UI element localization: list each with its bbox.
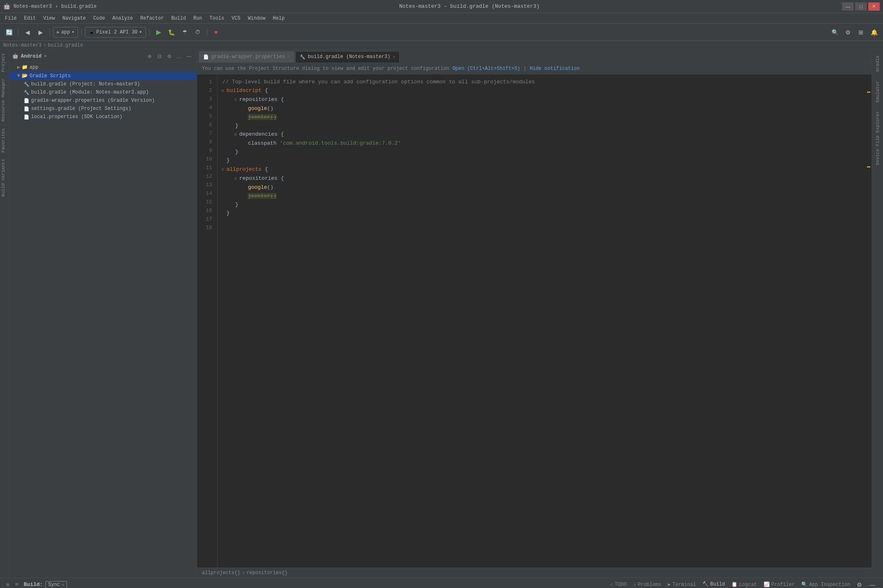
tab-profiler[interactable]: 📈 Profiler [760,579,798,588]
tree-item-build-gradle-module[interactable]: 🔧 build.gradle (Module: Notes-master3.ap… [9,88,197,96]
profile-button[interactable]: ⏱ [192,27,204,38]
tab-app-inspection[interactable]: 🔍 App Inspection [798,579,854,588]
back-button[interactable]: ◀ [22,27,33,38]
tab-terminal[interactable]: ▶ Terminal [664,579,699,588]
sync-tab[interactable]: Sync ✕ [45,581,67,588]
settings-button[interactable]: ⚙ [842,27,854,38]
project-name: Notes-master3 [13,4,52,9]
tree-item-gradle-scripts[interactable]: ▼ 📂 Gradle Scripts [9,72,197,80]
project-expand-btn[interactable]: ⊟ [155,52,164,61]
project-sync-btn[interactable]: ⊕ [145,52,154,61]
tab-gradle-wrapper[interactable]: 📄 gradle-wrapper.properties ✕ [199,51,294,63]
menu-file[interactable]: File [2,15,20,22]
build-gradle-tab-close[interactable]: ✕ [393,54,395,59]
line-num-6: 6 [197,121,212,129]
sidebar-item-device-file-explorer[interactable]: Device File Explorer [874,108,881,168]
expand-icon: ▶ [17,64,20,70]
window-title: Notes-master3 – build.gradle (Notes-mast… [399,3,539,9]
line-num-18: 18 [197,224,212,232]
tab-build-gradle[interactable]: 🔧 build.gradle (Notes-master3) ✕ [295,51,400,63]
sidebar-item-favorites[interactable]: Favorites [0,125,9,156]
sync-button[interactable]: 🔄 [3,27,15,38]
maximize-button[interactable]: □ [855,2,867,11]
line-num-2: 2 [197,86,212,95]
menu-refactor[interactable]: Refactor [137,15,167,22]
tab-problems[interactable]: ⚠ Problems [630,579,665,588]
forward-button[interactable]: ▶ [35,27,46,38]
notification-bar: You can use the Project Structure dialog… [197,63,872,74]
build-scroll-btn[interactable]: ≡ [12,580,21,588]
bottom-minimize-btn[interactable]: — [867,579,878,588]
menu-window[interactable]: Window [244,15,269,22]
coverage-button[interactable]: ☂ [179,27,190,38]
sidebar-item-resource-manager[interactable]: Resource Manager [0,75,9,125]
menu-vcs[interactable]: VCS [229,15,244,22]
app-selector[interactable]: ▶ app ▾ [53,27,78,38]
sync-close-icon[interactable]: ✕ [62,582,64,587]
build-tab-label: Build [710,581,725,587]
build-scroll-top[interactable]: ⇈ [3,580,12,588]
run-button[interactable]: ▶ [153,27,164,38]
todo-icon: ✓ [610,581,613,588]
code-line-14: google() [222,183,861,192]
tree-item-build-gradle-project[interactable]: 🔧 build.gradle (Project: Notes-master3) [9,80,197,88]
notification-open-link[interactable]: Open (Ctrl+Alt+Shift+S) [453,66,520,72]
logcat-label: Logcat [739,582,757,588]
gradle-wrapper-tab-close[interactable]: ✕ [287,54,290,59]
window-controls: — □ ✕ [842,2,880,11]
file-name: build.gradle [61,4,96,9]
warning-marker-2 [867,166,870,168]
line-num-14: 14 [197,189,212,198]
sidebar-item-build-variants[interactable]: Build Variants [0,156,9,200]
gradle-scripts-label: Gradle Scripts [29,73,71,79]
project-gear-btn[interactable]: … [175,52,184,61]
tab-logcat[interactable]: 📋 Logcat [728,579,760,588]
minimize-button[interactable]: — [842,2,854,11]
tree-item-settings-gradle[interactable]: 📄 settings.gradle (Project Settings) [9,105,197,113]
sidebar-item-emulator[interactable]: Emulator [874,78,881,106]
search-button[interactable]: 🔍 [829,27,840,38]
breadcrumb-arrow: › [242,570,245,576]
menu-run[interactable]: Run [190,15,206,22]
menu-analyze[interactable]: Analyze [109,15,136,22]
menu-help[interactable]: Help [269,15,288,22]
toolbar: 🔄 ◀ ▶ ▶ app ▾ 📱 Pixel 2 API 30 ▾ ▶ 🐛 ☂ ⏱… [0,24,883,41]
tab-todo[interactable]: ✓ TODO [607,579,630,588]
project-hide-btn[interactable]: — [184,52,193,61]
settings-file-icon: 📄 [24,106,29,112]
stop-button[interactable]: ■ [211,27,222,38]
logcat-icon: 📋 [731,581,737,588]
project-settings-btn[interactable]: ⚙ [165,52,174,61]
menu-build[interactable]: Build [168,15,189,22]
build-gradle-module-label: build.gradle (Module: Notes-master3.app) [31,89,149,95]
bottom-settings-btn[interactable]: ⚙ [854,579,865,588]
code-content[interactable]: // Top-level build file where you can ad… [217,74,866,568]
line-num-17: 17 [197,215,212,224]
right-side-panel: Gradle Emulator Device File Explorer [872,50,883,577]
line-num-11: 11 [197,163,212,172]
notification-hide-link[interactable]: Hide notification [530,66,580,72]
tree-item-local-properties[interactable]: 📄 local.properties (SDK Location) [9,113,197,121]
sidebar-item-gradle[interactable]: Gradle [874,52,881,75]
menu-navigate[interactable]: Navigate [59,15,89,22]
terminal-icon: ▶ [668,581,670,588]
tab-build[interactable]: 🔨 Build [699,579,728,588]
menu-view[interactable]: View [40,15,58,22]
notifications-button[interactable]: 🔔 [868,27,880,38]
build-variants-button[interactable]: ⊞ [855,27,867,38]
close-button[interactable]: ✕ [868,2,880,11]
breadcrumb-file: build.gradle [48,42,83,48]
menu-tools[interactable]: Tools [206,15,228,22]
code-editor: 1 2 3 4 5 6 7 8 9 10 11 12 13 14 15 16 1… [197,74,872,568]
tab-bar: 📄 gradle-wrapper.properties ✕ 🔧 build.gr… [197,50,872,63]
tree-item-gradle-wrapper[interactable]: 📄 gradle-wrapper.properties (Gradle Vers… [9,96,197,105]
menu-edit[interactable]: Edit [21,15,39,22]
device-selector[interactable]: 📱 Pixel 2 API 30 ▾ [85,27,146,38]
android-chevron-icon: ▾ [44,53,47,59]
debug-button[interactable]: 🐛 [166,27,177,38]
sidebar-item-project[interactable]: Project [0,50,9,75]
breadcrumb-sep: › [43,42,46,48]
collapse-icon: ▼ [17,73,20,79]
menu-code[interactable]: Code [90,15,108,22]
tree-item-app[interactable]: ▶ 📁 app [9,63,197,72]
